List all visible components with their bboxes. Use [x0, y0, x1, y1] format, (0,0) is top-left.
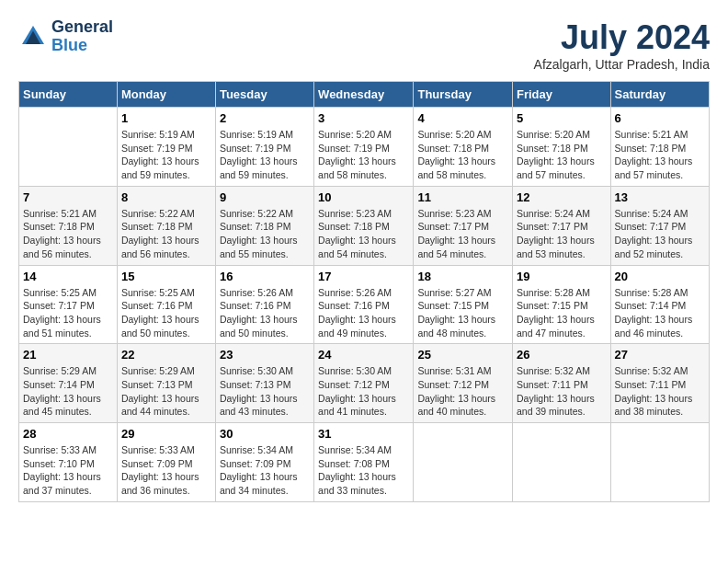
col-header-saturday: Saturday [610, 82, 709, 108]
day-cell: 1Sunrise: 5:19 AMSunset: 7:19 PMDaylight… [117, 108, 215, 187]
day-number: 24 [318, 348, 409, 362]
month-year: July 2024 [534, 18, 710, 57]
title-block: July 2024 Afzalgarh, Uttar Pradesh, Indi… [534, 18, 710, 72]
day-cell: 24Sunrise: 5:30 AMSunset: 7:12 PMDayligh… [314, 344, 414, 423]
day-number: 12 [517, 190, 607, 204]
day-info: Sunrise: 5:30 AMSunset: 7:12 PMDaylight:… [318, 364, 409, 419]
day-cell [19, 108, 118, 187]
logo-icon [18, 22, 48, 52]
day-info: Sunrise: 5:32 AMSunset: 7:11 PMDaylight:… [517, 364, 607, 419]
day-number: 4 [417, 111, 508, 125]
day-number: 19 [517, 270, 607, 283]
day-cell: 17Sunrise: 5:26 AMSunset: 7:16 PMDayligh… [314, 265, 414, 344]
day-cell: 8Sunrise: 5:22 AMSunset: 7:18 PMDaylight… [117, 186, 215, 265]
day-number: 26 [517, 348, 607, 362]
day-cell: 23Sunrise: 5:30 AMSunset: 7:13 PMDayligh… [215, 344, 313, 423]
calendar-table: SundayMondayTuesdayWednesdayThursdayFrid… [18, 81, 710, 502]
week-row-1: 7Sunrise: 5:21 AMSunset: 7:18 PMDaylight… [19, 186, 710, 265]
day-info: Sunrise: 5:28 AMSunset: 7:14 PMDaylight:… [615, 286, 705, 340]
day-cell: 31Sunrise: 5:34 AMSunset: 7:08 PMDayligh… [314, 423, 414, 502]
logo-general: General [51, 17, 113, 36]
day-cell: 14Sunrise: 5:25 AMSunset: 7:17 PMDayligh… [19, 265, 118, 344]
day-number: 25 [417, 348, 508, 362]
day-info: Sunrise: 5:30 AMSunset: 7:13 PMDaylight:… [220, 364, 310, 419]
day-cell: 28Sunrise: 5:33 AMSunset: 7:10 PMDayligh… [19, 423, 118, 502]
day-number: 20 [615, 270, 705, 283]
logo: General Blue [18, 18, 113, 55]
day-info: Sunrise: 5:20 AMSunset: 7:18 PMDaylight:… [417, 128, 508, 182]
col-header-tuesday: Tuesday [215, 82, 313, 108]
day-info: Sunrise: 5:29 AMSunset: 7:14 PMDaylight:… [23, 364, 113, 419]
day-number: 29 [121, 427, 211, 441]
day-number: 7 [23, 190, 113, 204]
day-number: 13 [615, 190, 705, 204]
day-info: Sunrise: 5:22 AMSunset: 7:18 PMDaylight:… [121, 207, 211, 261]
day-cell: 19Sunrise: 5:28 AMSunset: 7:15 PMDayligh… [513, 265, 611, 344]
day-info: Sunrise: 5:33 AMSunset: 7:10 PMDaylight:… [23, 443, 113, 498]
day-info: Sunrise: 5:31 AMSunset: 7:12 PMDaylight:… [417, 364, 508, 419]
logo-blue: Blue [51, 36, 87, 54]
day-number: 8 [121, 190, 211, 204]
day-cell: 7Sunrise: 5:21 AMSunset: 7:18 PMDaylight… [19, 186, 118, 265]
day-number: 27 [615, 348, 705, 362]
day-info: Sunrise: 5:24 AMSunset: 7:17 PMDaylight:… [517, 207, 607, 261]
day-info: Sunrise: 5:34 AMSunset: 7:09 PMDaylight:… [220, 443, 310, 498]
day-cell: 22Sunrise: 5:29 AMSunset: 7:13 PMDayligh… [117, 344, 215, 423]
day-info: Sunrise: 5:22 AMSunset: 7:18 PMDaylight:… [220, 207, 310, 261]
logo-text: General Blue [51, 18, 113, 55]
day-info: Sunrise: 5:28 AMSunset: 7:15 PMDaylight:… [517, 286, 607, 340]
day-cell [610, 423, 709, 502]
day-cell [513, 423, 611, 502]
calendar-header: SundayMondayTuesdayWednesdayThursdayFrid… [19, 82, 710, 108]
calendar-body: 1Sunrise: 5:19 AMSunset: 7:19 PMDaylight… [19, 108, 710, 502]
day-info: Sunrise: 5:19 AMSunset: 7:19 PMDaylight:… [121, 128, 211, 182]
week-row-4: 28Sunrise: 5:33 AMSunset: 7:10 PMDayligh… [19, 423, 710, 502]
day-number: 28 [23, 427, 113, 441]
day-info: Sunrise: 5:23 AMSunset: 7:18 PMDaylight:… [318, 207, 409, 261]
day-cell: 12Sunrise: 5:24 AMSunset: 7:17 PMDayligh… [513, 186, 611, 265]
day-number: 2 [220, 111, 310, 125]
header-row: SundayMondayTuesdayWednesdayThursdayFrid… [19, 82, 710, 108]
day-cell: 6Sunrise: 5:21 AMSunset: 7:18 PMDaylight… [610, 108, 709, 187]
day-cell: 15Sunrise: 5:25 AMSunset: 7:16 PMDayligh… [117, 265, 215, 344]
day-cell: 13Sunrise: 5:24 AMSunset: 7:17 PMDayligh… [610, 186, 709, 265]
day-info: Sunrise: 5:34 AMSunset: 7:08 PMDaylight:… [318, 443, 409, 498]
day-cell [414, 423, 513, 502]
day-info: Sunrise: 5:25 AMSunset: 7:17 PMDaylight:… [23, 286, 113, 340]
day-number: 17 [318, 270, 409, 283]
day-cell: 4Sunrise: 5:20 AMSunset: 7:18 PMDaylight… [414, 108, 513, 187]
day-cell: 3Sunrise: 5:20 AMSunset: 7:19 PMDaylight… [314, 108, 414, 187]
day-number: 23 [220, 348, 310, 362]
day-number: 21 [23, 348, 113, 362]
day-number: 18 [417, 270, 508, 283]
day-info: Sunrise: 5:23 AMSunset: 7:17 PMDaylight:… [417, 207, 508, 261]
day-number: 31 [318, 427, 409, 441]
day-info: Sunrise: 5:20 AMSunset: 7:18 PMDaylight:… [517, 128, 607, 182]
day-cell: 21Sunrise: 5:29 AMSunset: 7:14 PMDayligh… [19, 344, 118, 423]
day-info: Sunrise: 5:32 AMSunset: 7:11 PMDaylight:… [615, 364, 705, 419]
day-number: 5 [517, 111, 607, 125]
day-info: Sunrise: 5:33 AMSunset: 7:09 PMDaylight:… [121, 443, 211, 498]
day-cell: 5Sunrise: 5:20 AMSunset: 7:18 PMDaylight… [513, 108, 611, 187]
day-cell: 2Sunrise: 5:19 AMSunset: 7:19 PMDaylight… [215, 108, 313, 187]
day-number: 3 [318, 111, 409, 125]
col-header-thursday: Thursday [414, 82, 513, 108]
day-cell: 29Sunrise: 5:33 AMSunset: 7:09 PMDayligh… [117, 423, 215, 502]
day-number: 15 [121, 270, 211, 283]
day-number: 10 [318, 190, 409, 204]
day-cell: 25Sunrise: 5:31 AMSunset: 7:12 PMDayligh… [414, 344, 513, 423]
day-cell: 9Sunrise: 5:22 AMSunset: 7:18 PMDaylight… [215, 186, 313, 265]
day-cell: 27Sunrise: 5:32 AMSunset: 7:11 PMDayligh… [610, 344, 709, 423]
day-info: Sunrise: 5:27 AMSunset: 7:15 PMDaylight:… [417, 286, 508, 340]
day-number: 30 [220, 427, 310, 441]
day-info: Sunrise: 5:26 AMSunset: 7:16 PMDaylight:… [318, 286, 409, 340]
day-cell: 30Sunrise: 5:34 AMSunset: 7:09 PMDayligh… [215, 423, 313, 502]
day-info: Sunrise: 5:20 AMSunset: 7:19 PMDaylight:… [318, 128, 409, 182]
page-header: General Blue July 2024 Afzalgarh, Uttar … [18, 18, 710, 72]
day-number: 9 [220, 190, 310, 204]
day-info: Sunrise: 5:19 AMSunset: 7:19 PMDaylight:… [220, 128, 310, 182]
week-row-2: 14Sunrise: 5:25 AMSunset: 7:17 PMDayligh… [19, 265, 710, 344]
day-number: 16 [220, 270, 310, 283]
day-number: 11 [417, 190, 508, 204]
day-cell: 10Sunrise: 5:23 AMSunset: 7:18 PMDayligh… [314, 186, 414, 265]
